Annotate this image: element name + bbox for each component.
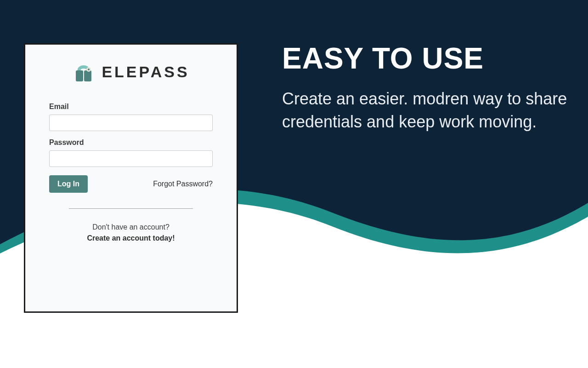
- hero-section: EASY TO USE Create an easier. modren way…: [282, 41, 579, 134]
- email-field[interactable]: [49, 115, 213, 131]
- hero-title: EASY TO USE: [282, 41, 579, 75]
- login-button[interactable]: Log In: [49, 175, 88, 193]
- hero-subtitle: Create an easier. modren way to share cr…: [282, 87, 579, 134]
- forgot-password-link[interactable]: Forgot Password?: [153, 180, 213, 188]
- password-field[interactable]: [49, 150, 213, 167]
- lock-elephant-icon: [72, 60, 95, 83]
- password-label: Password: [49, 138, 213, 147]
- signup-prompt: Don't have an account?: [49, 222, 213, 233]
- divider: [69, 208, 193, 209]
- brand-logo: ELEPASS: [49, 60, 213, 83]
- create-account-link[interactable]: Create an account today!: [49, 233, 213, 244]
- svg-rect-0: [76, 70, 83, 81]
- brand-name: ELEPASS: [102, 63, 189, 81]
- login-card: ELEPASS Email Password Log In Forgot Pas…: [24, 43, 238, 313]
- svg-rect-1: [84, 70, 91, 81]
- email-label: Email: [49, 103, 213, 111]
- svg-point-3: [88, 69, 90, 70]
